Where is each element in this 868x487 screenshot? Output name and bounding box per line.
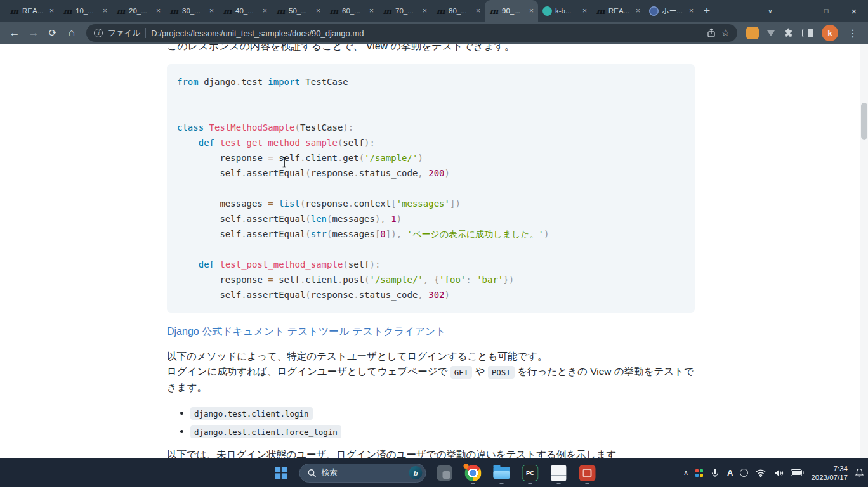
share-icon[interactable] bbox=[706, 28, 716, 38]
code-line: self.assertEqual(response.status_code, 2… bbox=[177, 166, 685, 181]
code-line: self.assertEqual(str(messages[0]), 'ページの… bbox=[177, 226, 685, 242]
info-icon[interactable]: i bbox=[94, 29, 103, 37]
code-line bbox=[177, 89, 685, 105]
tab-close-icon[interactable]: × bbox=[316, 7, 320, 15]
code-block: from django.test import TestCase class T… bbox=[167, 64, 695, 313]
new-tab-button[interactable]: + bbox=[698, 2, 716, 20]
tab-close-icon[interactable]: × bbox=[636, 7, 640, 15]
tab-close-icon[interactable]: × bbox=[369, 7, 374, 15]
tab-search-icon[interactable]: ∨ bbox=[756, 0, 784, 22]
globe-favicon-icon bbox=[649, 6, 659, 16]
tab-1[interactable]: mREA...× bbox=[5, 0, 58, 22]
bookmark-star-icon[interactable]: ☆ bbox=[721, 27, 730, 39]
code-line: messages = list(response.context['messag… bbox=[177, 196, 685, 211]
tab-close-icon[interactable]: × bbox=[582, 7, 587, 15]
tab-close-icon[interactable]: × bbox=[103, 7, 107, 15]
task-view-icon[interactable] bbox=[435, 461, 455, 485]
chrome-icon[interactable] bbox=[463, 461, 483, 485]
tab-7[interactable]: m60_...× bbox=[325, 0, 378, 22]
pycharm-icon[interactable]: PC bbox=[520, 461, 541, 485]
taskbar-center: 検索 b PC bbox=[271, 458, 598, 487]
markdown-favicon-icon: m bbox=[489, 6, 499, 16]
tab-close-icon[interactable]: × bbox=[49, 7, 54, 15]
url-text[interactable]: D:/projects/lessons/unit_test_samples/do… bbox=[151, 29, 700, 38]
tab-13[interactable]: ホー...× bbox=[645, 0, 698, 22]
side-panel-icon[interactable] bbox=[802, 29, 813, 37]
tab-4[interactable]: m30_...× bbox=[165, 0, 218, 22]
maximize-button[interactable]: □ bbox=[812, 0, 840, 22]
download-arrow-extension-icon[interactable] bbox=[767, 30, 775, 36]
tray-circle-icon[interactable] bbox=[740, 469, 748, 477]
tab-label: 20_... bbox=[129, 7, 153, 15]
django-docs-link[interactable]: Django 公式ドキュメント テストツール テストクライアント bbox=[167, 325, 695, 339]
close-button[interactable]: × bbox=[840, 0, 868, 22]
page-type-label: ファイル bbox=[108, 28, 140, 39]
tab-close-icon[interactable]: × bbox=[423, 7, 427, 15]
address-bar[interactable]: i ファイル D:/projects/lessons/unit_test_sam… bbox=[86, 24, 737, 42]
tab-close-icon[interactable]: × bbox=[209, 7, 214, 15]
search-icon bbox=[308, 469, 317, 477]
tab-list: mREA...×m10_...×m20_...×m30_...×m40_...×… bbox=[0, 0, 698, 22]
extensions-puzzle-icon[interactable] bbox=[783, 28, 794, 39]
markdown-favicon-icon: m bbox=[596, 6, 605, 16]
tab-label: 30_... bbox=[182, 7, 206, 15]
browser-toolbar: ← → ⟳ ⌂ i ファイル D:/projects/lessons/unit_… bbox=[0, 22, 868, 44]
markdown-viewer-extension-icon[interactable] bbox=[746, 27, 759, 39]
tray-chevron-icon[interactable]: ∧ bbox=[683, 469, 688, 477]
paragraph-text: や bbox=[472, 366, 487, 377]
inline-code-get: GET bbox=[450, 366, 473, 379]
clock[interactable]: 7:34 2023/07/17 bbox=[811, 464, 848, 482]
list-item: django.test.client.force_login bbox=[190, 422, 695, 441]
markdown-favicon-icon: m bbox=[10, 6, 19, 16]
notepad-icon[interactable] bbox=[549, 461, 569, 485]
tab-5[interactable]: m40_...× bbox=[218, 0, 272, 22]
tab-8[interactable]: m70_...× bbox=[378, 0, 431, 22]
red-app-icon[interactable] bbox=[577, 461, 598, 485]
back-button[interactable]: ← bbox=[5, 23, 24, 42]
method-list: django.test.client.logindjango.test.clie… bbox=[167, 404, 695, 441]
tab-3[interactable]: m20_...× bbox=[112, 0, 165, 22]
tab-close-icon[interactable]: × bbox=[156, 7, 161, 15]
tab-12[interactable]: mREA...× bbox=[591, 0, 645, 22]
code-line: def test_get_method_sample(self): bbox=[177, 135, 685, 150]
home-button[interactable]: ⌂ bbox=[62, 23, 81, 42]
tab-label: 10_... bbox=[76, 7, 100, 15]
code-line: def test_post_method_sample(self): bbox=[177, 257, 685, 272]
tab-2[interactable]: m10_...× bbox=[58, 0, 112, 22]
scrollbar-thumb[interactable] bbox=[861, 103, 867, 140]
code-line: response = self.client.get('/sample/') bbox=[177, 150, 685, 166]
intro-paragraph: このレスポンスの内容を検証することで、 View の挙動をテストできます。 bbox=[167, 44, 695, 54]
tab-close-icon[interactable]: × bbox=[476, 7, 480, 15]
start-button[interactable] bbox=[271, 461, 291, 485]
battery-icon[interactable] bbox=[791, 469, 804, 476]
minimize-button[interactable]: – bbox=[784, 0, 812, 22]
file-explorer-icon[interactable] bbox=[492, 461, 512, 485]
ime-mode-indicator[interactable]: A bbox=[727, 468, 733, 477]
search-placeholder: 検索 bbox=[322, 467, 404, 478]
profile-avatar[interactable]: k bbox=[822, 25, 838, 41]
code-line bbox=[177, 181, 685, 196]
tab-close-icon[interactable]: × bbox=[689, 7, 694, 15]
volume-icon[interactable] bbox=[773, 469, 784, 477]
forward-button[interactable]: → bbox=[24, 23, 43, 42]
tab-9[interactable]: m80_...× bbox=[431, 0, 485, 22]
tab-11[interactable]: k-b...× bbox=[538, 0, 591, 22]
tab-close-icon[interactable]: × bbox=[529, 7, 534, 15]
tab-close-icon[interactable]: × bbox=[263, 7, 267, 15]
menu-kebab-icon[interactable]: ⋮ bbox=[846, 27, 859, 39]
tab-label: 60_... bbox=[342, 7, 366, 15]
tab-6[interactable]: m50_...× bbox=[272, 0, 325, 22]
notification-bell-icon[interactable] bbox=[855, 468, 864, 477]
reload-button[interactable]: ⟳ bbox=[43, 23, 62, 42]
microphone-icon[interactable] bbox=[710, 468, 720, 478]
inline-code: django.test.client.login bbox=[190, 407, 313, 420]
tab-10[interactable]: m90_...× bbox=[485, 0, 538, 22]
tray-app-grid-icon[interactable] bbox=[695, 469, 703, 477]
taskbar-search-input[interactable]: 検索 b bbox=[299, 464, 426, 483]
scrollbar-track[interactable] bbox=[860, 44, 868, 458]
bing-icon[interactable]: b bbox=[409, 466, 423, 479]
markdown-favicon-icon: m bbox=[169, 6, 179, 16]
wifi-icon[interactable] bbox=[755, 469, 766, 477]
tab-label: k-b... bbox=[555, 7, 579, 15]
code-line bbox=[177, 105, 685, 120]
